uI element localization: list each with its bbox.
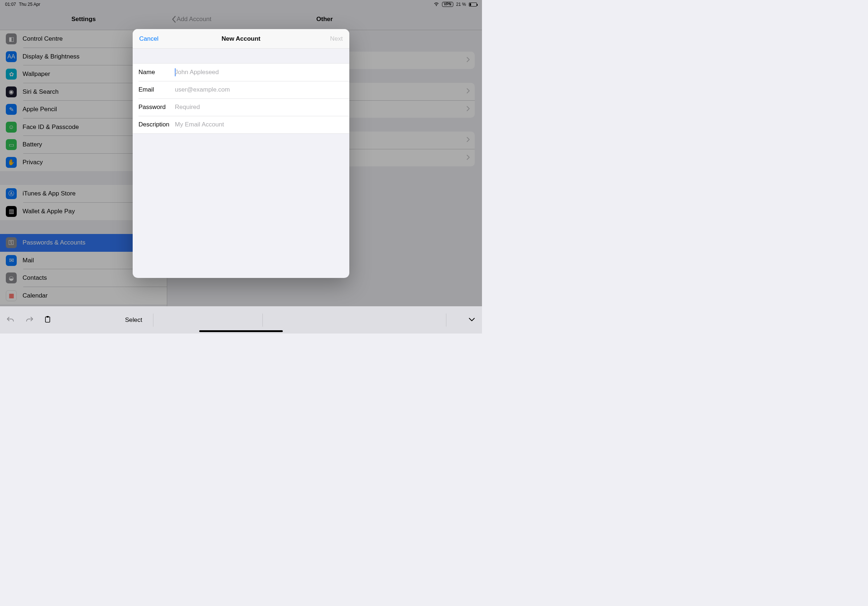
account-form: Name Email Password Description: [133, 63, 349, 134]
undo-button[interactable]: [6, 316, 14, 324]
name-label: Name: [138, 69, 175, 76]
divider: [153, 314, 153, 327]
password-label: Password: [138, 104, 175, 111]
chevron-down-icon: [468, 317, 476, 322]
dismiss-keyboard-button[interactable]: [468, 317, 476, 323]
undo-icon: [6, 316, 14, 323]
cancel-button[interactable]: Cancel: [139, 35, 158, 43]
email-label: Email: [138, 86, 175, 93]
description-field[interactable]: [175, 121, 344, 128]
password-row[interactable]: Password: [133, 99, 349, 116]
next-button[interactable]: Next: [330, 35, 343, 43]
description-row[interactable]: Description: [133, 116, 349, 133]
password-field[interactable]: [175, 104, 344, 111]
svg-rect-0: [45, 317, 50, 322]
description-label: Description: [138, 121, 175, 128]
svg-rect-1: [46, 316, 49, 317]
select-button[interactable]: Select: [125, 317, 142, 324]
redo-icon: [25, 316, 33, 323]
email-field[interactable]: [175, 86, 344, 93]
clipboard-icon: [44, 316, 51, 323]
redo-button[interactable]: [25, 316, 33, 324]
paste-button[interactable]: [44, 316, 51, 325]
divider: [262, 314, 263, 327]
email-row[interactable]: Email: [133, 81, 349, 99]
new-account-modal: Cancel New Account Next Name Email Passw…: [133, 29, 349, 278]
home-indicator[interactable]: [199, 330, 283, 332]
keyboard-shortcut-bar: Select: [0, 306, 482, 334]
name-field[interactable]: [175, 69, 344, 76]
name-row[interactable]: Name: [133, 63, 349, 81]
modal-title: New Account: [222, 35, 260, 43]
modal-header: Cancel New Account Next: [133, 29, 349, 49]
divider: [446, 314, 446, 327]
